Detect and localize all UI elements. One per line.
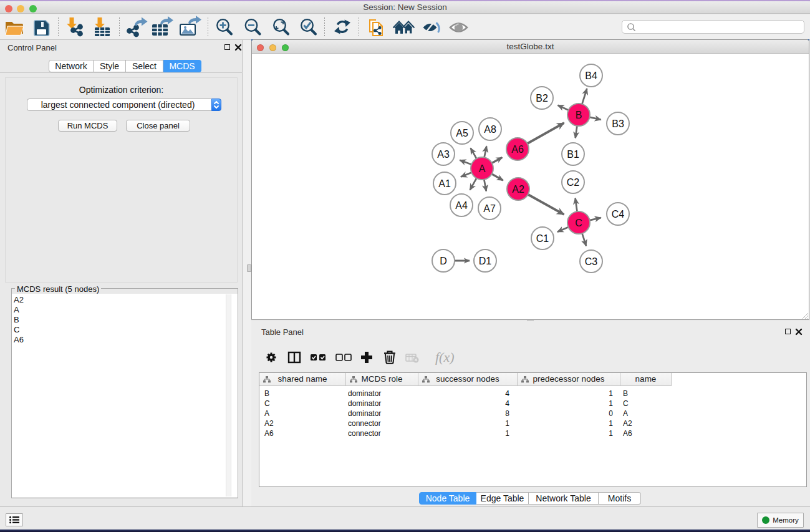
svg-text:A2: A2 [512, 184, 524, 195]
svg-text:B3: B3 [612, 118, 624, 129]
svg-text:A7: A7 [483, 203, 496, 214]
svg-text:C: C [575, 218, 582, 228]
svg-text:C3: C3 [585, 256, 598, 267]
svg-text:f(x): f(x) [435, 349, 455, 365]
svg-text:C4: C4 [612, 209, 625, 220]
svg-text:C1: C1 [536, 233, 549, 244]
svg-text:A6: A6 [511, 144, 524, 155]
svg-text:D1: D1 [479, 256, 492, 266]
svg-text:B1: B1 [567, 149, 579, 160]
svg-text:A3: A3 [437, 149, 450, 160]
svg-text:C2: C2 [567, 177, 580, 188]
svg-text:A1: A1 [438, 178, 451, 189]
svg-text:A5: A5 [456, 128, 468, 138]
svg-text:A: A [479, 163, 486, 174]
svg-text:B: B [576, 110, 582, 120]
svg-text:B2: B2 [536, 93, 548, 104]
svg-text:A8: A8 [484, 124, 496, 135]
svg-text:B4: B4 [585, 70, 597, 81]
svg-text:D: D [440, 256, 447, 266]
svg-text:A4: A4 [455, 200, 468, 211]
